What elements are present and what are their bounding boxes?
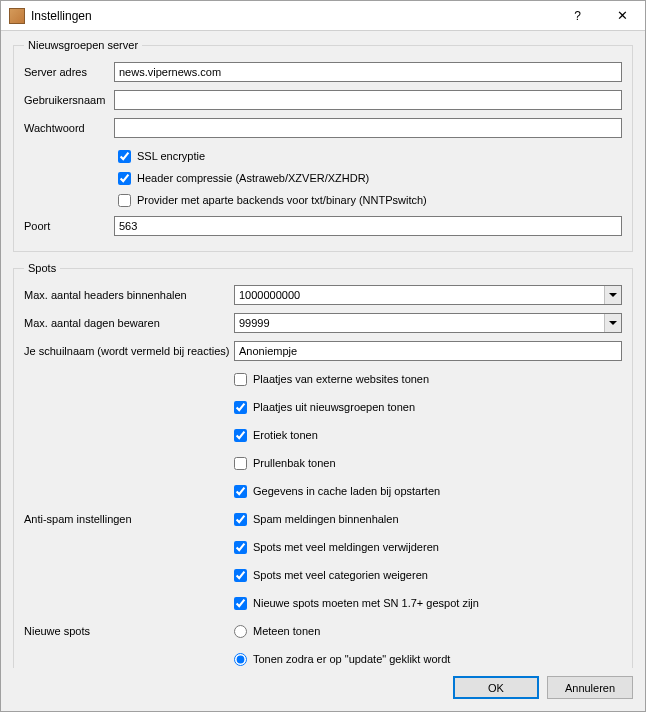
erotiek-checkbox[interactable]	[234, 429, 247, 442]
server-address-input[interactable]	[114, 62, 622, 82]
username-input[interactable]	[114, 90, 622, 110]
dialog-footer: OK Annuleren	[1, 668, 645, 711]
show-on-update-radio[interactable]	[234, 653, 247, 666]
group-newsgroup-server: Nieuwsgroepen server Server adres Gebrui…	[13, 39, 633, 252]
header-compression-checkbox[interactable]	[118, 172, 131, 185]
ssl-label: SSL encryptie	[137, 150, 205, 162]
external-images-label: Plaatjes van externe websites tonen	[253, 373, 429, 385]
show-immediately-label: Meteen tonen	[253, 625, 320, 637]
nickname-input[interactable]	[234, 341, 622, 361]
group-spots-legend: Spots	[24, 262, 60, 274]
port-input[interactable]	[114, 216, 622, 236]
max-days-label: Max. aantal dagen bewaren	[24, 317, 234, 329]
port-label: Poort	[24, 220, 114, 232]
nickname-label: Je schuilnaam (wordt vermeld bij reactie…	[24, 345, 234, 357]
app-icon	[9, 8, 25, 24]
dialog-content: Nieuwsgroepen server Server adres Gebrui…	[1, 31, 645, 668]
help-icon[interactable]: ?	[555, 1, 600, 30]
cache-label: Gegevens in cache laden bij opstarten	[253, 485, 440, 497]
password-label: Wachtwoord	[24, 122, 114, 134]
remove-reported-checkbox[interactable]	[234, 541, 247, 554]
sn17-checkbox[interactable]	[234, 597, 247, 610]
max-headers-combo[interactable]	[234, 285, 622, 305]
provider-split-checkbox[interactable]	[118, 194, 131, 207]
external-images-checkbox[interactable]	[234, 373, 247, 386]
erotiek-label: Erotiek tonen	[253, 429, 318, 441]
close-icon[interactable]: ✕	[600, 1, 645, 30]
spam-reports-label: Spam meldingen binnenhalen	[253, 513, 399, 525]
show-immediately-radio[interactable]	[234, 625, 247, 638]
max-days-value[interactable]	[235, 314, 604, 332]
password-input[interactable]	[114, 118, 622, 138]
refuse-categories-label: Spots met veel categorien weigeren	[253, 569, 428, 581]
max-days-combo[interactable]	[234, 313, 622, 333]
cancel-button[interactable]: Annuleren	[547, 676, 633, 699]
group-newsgroup-server-legend: Nieuwsgroepen server	[24, 39, 142, 51]
header-compression-label: Header compressie (Astraweb/XZVER/XZHDR)	[137, 172, 369, 184]
cache-checkbox[interactable]	[234, 485, 247, 498]
trash-label: Prullenbak tonen	[253, 457, 336, 469]
show-on-update-label: Tonen zodra er op "update" geklikt wordt	[253, 653, 450, 665]
sn17-label: Nieuwe spots moeten met SN 1.7+ gespot z…	[253, 597, 479, 609]
refuse-categories-checkbox[interactable]	[234, 569, 247, 582]
trash-checkbox[interactable]	[234, 457, 247, 470]
spam-reports-checkbox[interactable]	[234, 513, 247, 526]
provider-split-label: Provider met aparte backends voor txt/bi…	[137, 194, 427, 206]
ok-button[interactable]: OK	[453, 676, 539, 699]
window-title: Instellingen	[31, 9, 92, 23]
server-address-label: Server adres	[24, 66, 114, 78]
newsgroup-images-checkbox[interactable]	[234, 401, 247, 414]
ssl-checkbox[interactable]	[118, 150, 131, 163]
newsgroup-images-label: Plaatjes uit nieuwsgroepen tonen	[253, 401, 415, 413]
titlebar: Instellingen ? ✕	[1, 1, 645, 31]
new-spots-section-label: Nieuwe spots	[24, 625, 234, 637]
remove-reported-label: Spots met veel meldingen verwijderen	[253, 541, 439, 553]
username-label: Gebruikersnaam	[24, 94, 114, 106]
chevron-down-icon[interactable]	[604, 286, 621, 304]
settings-window: Instellingen ? ✕ Nieuwsgroepen server Se…	[0, 0, 646, 712]
antispam-section-label: Anti-spam instellingen	[24, 513, 234, 525]
chevron-down-icon[interactable]	[604, 314, 621, 332]
max-headers-value[interactable]	[235, 286, 604, 304]
max-headers-label: Max. aantal headers binnenhalen	[24, 289, 234, 301]
group-spots: Spots Max. aantal headers binnenhalen Ma…	[13, 262, 633, 668]
